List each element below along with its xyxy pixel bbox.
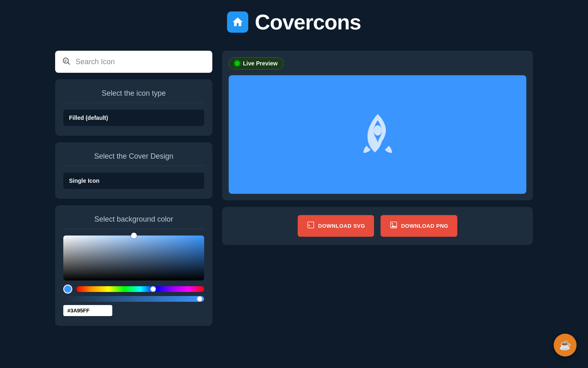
cover-design-title: Select the Cover Design (63, 152, 204, 166)
icon-type-select[interactable]: Filled (default) Outlined Round Sharp Tw… (63, 110, 204, 126)
floating-coffee-button[interactable]: ☕ (554, 334, 577, 357)
app-title: Covercons (255, 10, 361, 34)
home-icon (232, 16, 244, 28)
search-icon (62, 56, 71, 67)
left-panel: Select the icon type Filled (default) Ou… (55, 51, 212, 326)
rocket-icon (353, 110, 402, 159)
preview-area (229, 75, 526, 194)
color-preview-circle (63, 285, 72, 294)
main-layout: Select the icon type Filled (default) Ou… (0, 51, 588, 326)
svg-text:N: N (308, 224, 310, 227)
search-input[interactable] (76, 58, 206, 66)
preview-card: Live Preview (222, 51, 533, 200)
cover-design-card: Select the Cover Design Single Icon Grid… (55, 142, 212, 199)
opacity-row (63, 296, 204, 302)
search-bar[interactable] (55, 51, 212, 73)
hex-input-row (63, 305, 204, 316)
download-png-icon (390, 221, 398, 231)
download-svg-label: DOWNLOAD SVG (318, 223, 365, 229)
opacity-slider[interactable] (63, 296, 204, 302)
download-png-label: DOWNLOAD PNG (401, 223, 448, 229)
svg-point-0 (63, 58, 69, 63)
svg-rect-3 (64, 61, 66, 62)
download-png-button[interactable]: DOWNLOAD PNG (381, 215, 457, 237)
live-indicator-dot (235, 61, 240, 66)
gradient-handle[interactable] (131, 233, 137, 238)
right-panel: Live Preview N (222, 51, 533, 326)
opacity-handle[interactable] (197, 296, 203, 302)
app-header: Covercons (0, 0, 588, 51)
download-svg-button[interactable]: N DOWNLOAD SVG (298, 215, 374, 237)
svg-point-8 (392, 223, 393, 224)
app-logo (227, 11, 248, 33)
background-color-card: Select background color (55, 205, 212, 326)
cover-design-select[interactable]: Single Icon Grid Scattered Centered (63, 173, 204, 189)
svg-rect-1 (64, 60, 67, 60)
svg-point-4 (374, 126, 382, 136)
color-spectrum-slider[interactable] (76, 286, 204, 292)
download-card: N DOWNLOAD SVG DOWNLOAD PNG (222, 207, 533, 245)
download-svg-icon: N (307, 221, 315, 231)
live-preview-badge: Live Preview (229, 57, 284, 70)
icon-type-card: Select the icon type Filled (default) Ou… (55, 79, 212, 136)
color-spectrum-row (63, 285, 204, 294)
coffee-icon: ☕ (559, 339, 571, 351)
hex-color-input[interactable] (63, 305, 112, 316)
svg-rect-2 (64, 61, 67, 61)
color-gradient-box[interactable] (63, 236, 204, 280)
spectrum-handle[interactable] (150, 286, 156, 292)
live-preview-label: Live Preview (243, 60, 278, 67)
background-color-title: Select background color (63, 215, 204, 229)
icon-type-title: Select the icon type (63, 89, 204, 103)
